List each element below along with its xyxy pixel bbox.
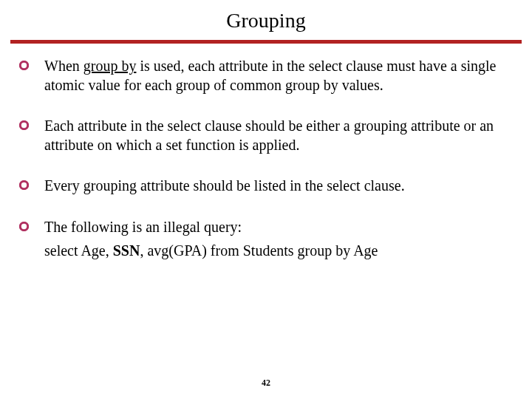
donut-bullet-icon: [19, 218, 44, 231]
bullet-item: Every grouping attribute should be liste…: [19, 177, 513, 196]
donut-bullet-icon: [19, 117, 44, 130]
query-line: select Age, SSN, avg(GPA) from Students …: [44, 242, 513, 261]
svg-point-1: [20, 121, 27, 129]
slide-title: Grouping: [0, 0, 532, 40]
bullet-text: When group by is used, each attribute in…: [44, 57, 513, 95]
bullet-item: When group by is used, each attribute in…: [19, 57, 513, 95]
bullet-text: The following is an illegal query: selec…: [44, 218, 513, 260]
slide: Grouping When group by is used, each att…: [0, 0, 532, 399]
svg-point-0: [20, 61, 27, 69]
bullet-item: The following is an illegal query: selec…: [19, 218, 513, 260]
slide-content: When group by is used, each attribute in…: [0, 57, 532, 260]
title-rule: [10, 40, 522, 44]
bullet-text: Each attribute in the select clause shou…: [44, 117, 513, 154]
donut-bullet-icon: [19, 177, 44, 190]
bullet-line: The following is an illegal query:: [44, 219, 242, 235]
svg-point-3: [20, 222, 27, 230]
svg-point-2: [20, 182, 27, 189]
page-number: 42: [0, 378, 532, 389]
donut-bullet-icon: [19, 57, 44, 70]
bullet-text: Every grouping attribute should be liste…: [44, 177, 513, 196]
bullet-item: Each attribute in the select clause shou…: [19, 117, 513, 154]
